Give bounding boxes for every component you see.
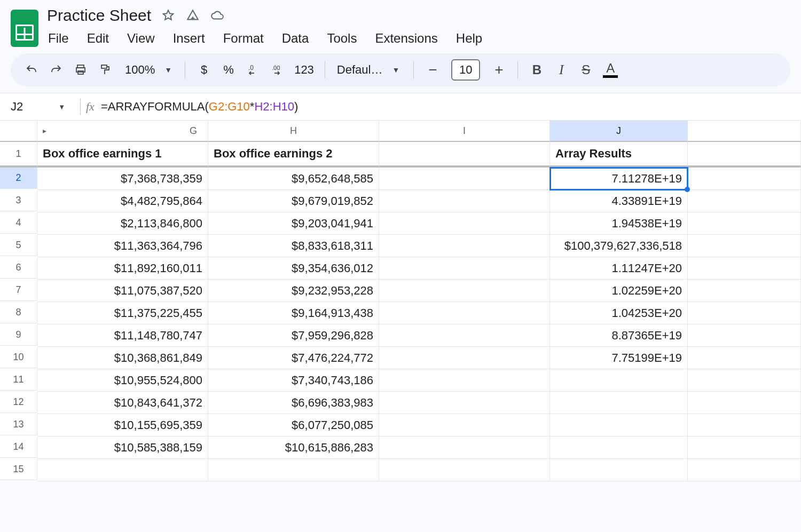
cell-extra[interactable] [688, 280, 801, 302]
col-header-H[interactable]: H [208, 121, 379, 142]
row-header[interactable]: 15 [0, 459, 37, 480]
row-header[interactable]: 14 [0, 436, 37, 458]
row-header[interactable]: 2 [0, 168, 37, 189]
cell-I9[interactable] [379, 324, 550, 347]
cell-extra[interactable] [688, 436, 801, 459]
cell-J9[interactable]: 8.87365E+19 [550, 324, 688, 347]
cell-I8[interactable] [379, 302, 550, 324]
row-header[interactable]: 4 [0, 212, 37, 234]
cell-J2[interactable]: 7.11278E+19 [550, 168, 688, 190]
row-header[interactable]: 6 [0, 257, 37, 279]
document-title[interactable]: Practice Sheet [47, 6, 151, 25]
paint-format-button[interactable] [94, 59, 116, 81]
row-header[interactable]: 12 [0, 392, 37, 413]
cell-G10[interactable]: $10,368,861,849 [37, 347, 208, 369]
cell-extra[interactable] [688, 459, 801, 481]
more-formats-button[interactable]: 123 [291, 59, 317, 81]
cell-J13[interactable] [550, 414, 688, 436]
cell-G11[interactable]: $10,955,524,800 [37, 369, 208, 392]
cell-I14[interactable] [379, 436, 550, 459]
decrease-font-size-button[interactable]: − [421, 59, 444, 81]
cell-J15[interactable] [550, 459, 688, 481]
sheets-logo-icon[interactable] [11, 10, 38, 47]
increase-font-size-button[interactable]: + [488, 59, 510, 81]
cell-J4[interactable]: 1.94538E+19 [550, 212, 688, 235]
cell-J8[interactable]: 1.04253E+20 [550, 302, 688, 324]
spreadsheet-grid[interactable]: ▸G H I J 1 Box office earnings 1 Box off… [0, 121, 801, 481]
menu-help[interactable]: Help [456, 31, 482, 46]
cell-I4[interactable] [379, 212, 550, 235]
row-header[interactable]: 7 [0, 280, 37, 301]
cell-G2[interactable]: $7,368,738,359 [37, 168, 208, 190]
row-header[interactable]: 5 [0, 235, 37, 256]
cell-J11[interactable] [550, 369, 688, 392]
cell-I6[interactable] [379, 257, 550, 280]
cell-G15[interactable] [37, 459, 208, 481]
menu-format[interactable]: Format [223, 31, 264, 46]
cell-I13[interactable] [379, 414, 550, 436]
cell-H10[interactable]: $7,476,224,772 [208, 347, 379, 369]
undo-button[interactable] [20, 59, 43, 81]
cell-I12[interactable] [379, 392, 550, 414]
cell-G9[interactable]: $11,148,780,747 [37, 324, 208, 347]
cell-I3[interactable] [379, 190, 550, 212]
redo-button[interactable] [45, 59, 67, 81]
zoom-select[interactable]: 100% ▼ [119, 63, 177, 77]
cell-extra[interactable] [688, 324, 801, 347]
cell-extra[interactable] [688, 235, 801, 257]
cell-I2[interactable] [379, 168, 550, 190]
cell-extra[interactable] [688, 369, 801, 392]
text-color-button[interactable]: A [599, 59, 622, 81]
cell-H9[interactable]: $7,959,296,828 [208, 324, 379, 347]
cell-I5[interactable] [379, 235, 550, 257]
font-size-input[interactable]: 10 [451, 59, 480, 81]
cell-I10[interactable] [379, 347, 550, 369]
cell-G6[interactable]: $11,892,160,011 [37, 257, 208, 280]
strikethrough-button[interactable]: S [575, 59, 597, 81]
star-icon[interactable] [161, 8, 176, 23]
row-header[interactable]: 1 [0, 142, 37, 168]
cell-extra[interactable] [688, 142, 801, 168]
format-percent-button[interactable]: % [217, 59, 240, 81]
cell-G12[interactable]: $10,843,641,372 [37, 392, 208, 414]
cell-H1[interactable]: Box office earnings 2 [208, 142, 379, 168]
row-header[interactable]: 8 [0, 302, 37, 323]
cell-H6[interactable]: $9,354,636,012 [208, 257, 379, 280]
increase-decimals-button[interactable]: .00 [266, 59, 289, 81]
move-icon[interactable] [185, 8, 200, 23]
cell-extra[interactable] [688, 302, 801, 324]
cell-J5[interactable]: $100,379,627,336,518 [550, 235, 688, 257]
cell-H2[interactable]: $9,652,648,585 [208, 168, 379, 190]
menu-tools[interactable]: Tools [327, 31, 357, 46]
bold-button[interactable]: B [525, 59, 548, 81]
row-header[interactable]: 10 [0, 347, 37, 368]
cell-H14[interactable]: $10,615,886,283 [208, 436, 379, 459]
cell-extra[interactable] [688, 168, 801, 190]
cell-J14[interactable] [550, 436, 688, 459]
formula-bar[interactable]: =ARRAYFORMULA(G2:G10*H2:H10) [101, 100, 298, 114]
decrease-decimals-button[interactable]: .0 [242, 59, 264, 81]
cell-G8[interactable]: $11,375,225,455 [37, 302, 208, 324]
cell-I1[interactable] [379, 142, 550, 168]
cell-G14[interactable]: $10,585,388,159 [37, 436, 208, 459]
row-header[interactable]: 11 [0, 369, 37, 391]
cell-extra[interactable] [688, 257, 801, 280]
menu-edit[interactable]: Edit [87, 31, 109, 46]
cell-extra[interactable] [688, 212, 801, 235]
cell-G7[interactable]: $11,075,387,520 [37, 280, 208, 302]
cell-H5[interactable]: $8,833,618,311 [208, 235, 379, 257]
cell-J10[interactable]: 7.75199E+19 [550, 347, 688, 369]
cell-J12[interactable] [550, 392, 688, 414]
cell-H4[interactable]: $9,203,041,941 [208, 212, 379, 235]
cell-I15[interactable] [379, 459, 550, 481]
row-header[interactable]: 3 [0, 190, 37, 211]
menu-extensions[interactable]: Extensions [375, 31, 437, 46]
menu-insert[interactable]: Insert [173, 31, 205, 46]
col-header-extra[interactable] [688, 121, 801, 142]
format-currency-button[interactable]: $ [193, 59, 215, 81]
cell-H7[interactable]: $9,232,953,228 [208, 280, 379, 302]
cell-J1[interactable]: Array Results [550, 142, 688, 168]
print-button[interactable] [69, 59, 92, 81]
cell-G13[interactable]: $10,155,695,359 [37, 414, 208, 436]
cell-extra[interactable] [688, 347, 801, 369]
